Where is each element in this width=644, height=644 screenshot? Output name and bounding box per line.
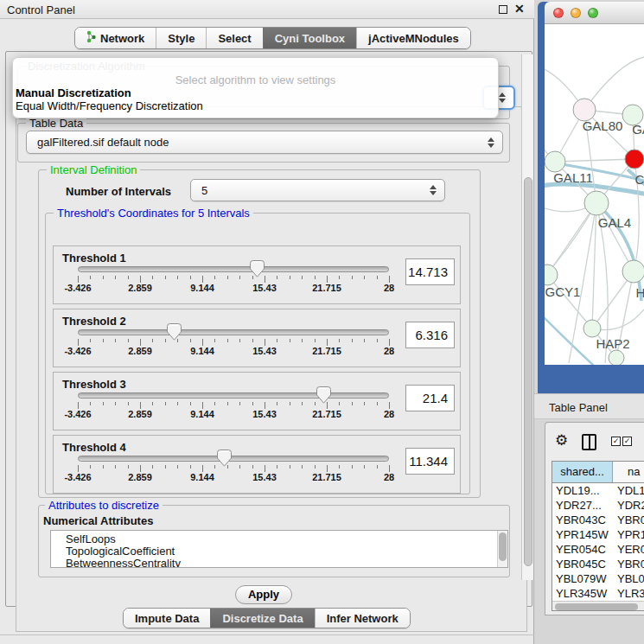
slider-tick-mark [115, 339, 116, 342]
dropdown-prompt-item[interactable]: Select algorithm to view settings [13, 74, 498, 86]
network-node-label: H [636, 285, 644, 300]
scrollbar-thumb[interactable] [524, 177, 532, 566]
threshold-slider[interactable]: -3.4262.8599.14415.4321.71528 [54, 309, 460, 367]
slider-track[interactable] [78, 266, 389, 272]
table-cell-name: YDR2 [613, 498, 644, 513]
combo-stepper-icon [499, 92, 506, 103]
network-node[interactable] [583, 320, 601, 337]
slider-track[interactable] [78, 392, 389, 399]
column-header-shared-name[interactable]: shared... [552, 462, 613, 482]
table-row[interactable]: YPR145WYPR1 [552, 527, 644, 542]
window-close-light-icon[interactable] [553, 8, 564, 18]
tab-impute-data[interactable]: Impute Data [124, 609, 210, 628]
number-of-intervals-combobox[interactable]: 5 [190, 179, 445, 201]
slider-thumb[interactable] [250, 260, 265, 277]
tab-label: Infer Network [327, 612, 399, 625]
screen: Control Panel ✕ Network Style Select Cyn… [0, 0, 644, 644]
slider-tick-mark [327, 276, 328, 283]
slider-thumb[interactable] [316, 386, 331, 404]
checkbox-icon[interactable]: ✓ [611, 437, 621, 446]
scrollbar-thumb[interactable] [555, 603, 638, 610]
slider-tick-mark [339, 276, 340, 279]
column-header-name[interactable]: na [613, 462, 644, 482]
threshold-value-input[interactable]: 14.713 [405, 258, 455, 285]
tab-infer-network[interactable]: Infer Network [315, 609, 410, 628]
window-minimize-light-icon[interactable] [571, 8, 581, 18]
attribute-list-item[interactable]: BetweennessCentrality [51, 558, 507, 568]
table-row[interactable]: YBL079WYBL0 [552, 571, 644, 586]
tab-network[interactable]: Network [75, 28, 156, 48]
attribute-list-item[interactable]: SelfLoops [51, 533, 507, 545]
float-window-icon[interactable] [499, 5, 507, 14]
network-node[interactable] [545, 265, 558, 285]
threshold-value-input[interactable]: 21.4 [405, 385, 455, 411]
attributes-scrollbar-track[interactable] [497, 531, 507, 567]
network-node[interactable] [545, 151, 565, 172]
slider-tick-mark [202, 339, 203, 346]
interval-definition-label: Interval Definition [47, 164, 140, 175]
table-data-combobox[interactable]: galFiltered.sif default node [26, 131, 503, 154]
slider-tick-mark [103, 465, 104, 469]
table-row[interactable]: YLR345WYLR3 [552, 586, 644, 601]
tab-select[interactable]: Select [206, 28, 262, 48]
network-canvas[interactable]: GAL80GACGAL11GAL4GCY1HHAP2 [545, 24, 644, 365]
network-node[interactable] [625, 150, 644, 169]
table-hscrollbar-track[interactable] [552, 601, 644, 611]
attribute-list-item[interactable]: TopologicalCoefficient [51, 545, 507, 558]
tab-jactivemnodules[interactable]: jActiveMNodules [356, 28, 470, 48]
slider-tick-mark [128, 276, 129, 279]
slider-track[interactable] [78, 329, 389, 335]
threshold-value-input[interactable]: 11.344 [405, 448, 455, 475]
close-icon[interactable]: ✕ [514, 2, 525, 16]
settings-scrollbar-track[interactable] [521, 54, 533, 580]
slider-thumb[interactable] [167, 323, 182, 341]
window-zoom-light-icon[interactable] [588, 8, 598, 18]
table-row[interactable]: YBR045CYBR0 [552, 557, 644, 571]
network-edge[interactable] [569, 203, 596, 363]
network-graph: GAL80GACGAL11GAL4GCY1HHAP2 [545, 24, 644, 365]
gear-icon[interactable]: ⚙ [555, 431, 568, 450]
table-row[interactable]: YDL19...YDL1 [552, 483, 644, 498]
table-row[interactable]: YER054CYER0 [552, 542, 644, 557]
numerical-attributes-list[interactable]: SelfLoopsTopologicalCoefficientBetweenne… [50, 530, 508, 568]
threshold-value-input[interactable]: 6.316 [405, 322, 455, 348]
columns-icon[interactable] [582, 434, 596, 450]
scrollbar-thumb[interactable] [499, 532, 507, 561]
slider-tick-mark [252, 339, 253, 342]
threshold-slider[interactable]: -3.4262.8599.14415.4321.71528 [54, 436, 460, 493]
threshold-slider[interactable]: -3.4262.8599.14415.4321.71528 [54, 246, 460, 303]
table-row[interactable]: YDR27...YDR2 [552, 498, 644, 513]
table-cell-shared-name: YBR043C [552, 513, 613, 527]
slider-tick-mark [227, 276, 228, 279]
slider-tick-mark [302, 465, 303, 469]
apply-button[interactable]: Apply [235, 585, 292, 604]
threshold-panel: Threshold 3-3.4262.8599.14415.4321.71528… [53, 372, 461, 430]
thresholds-group-label: Threshold's Coordinates for 5 Intervals [54, 207, 253, 219]
slider-tick-mark [277, 276, 277, 279]
tab-cyni-toolbox[interactable]: Cyni Toolbox [263, 28, 356, 48]
threshold-slider[interactable]: -3.4262.8599.14415.4321.71528 [54, 373, 460, 430]
network-edge[interactable] [592, 203, 596, 328]
network-node[interactable] [609, 350, 624, 365]
slider-tick-mark [290, 402, 290, 405]
tab-style[interactable]: Style [156, 28, 206, 48]
dropdown-option-manual-discretization[interactable]: Manual Discretization [13, 86, 498, 99]
table-data-label: Table Data [26, 118, 86, 129]
slider-tick-mark [302, 339, 303, 342]
network-edge[interactable] [584, 57, 644, 110]
slider-track[interactable] [78, 456, 389, 462]
slider-thumb[interactable] [217, 450, 232, 467]
network-edge[interactable] [555, 159, 634, 162]
dropdown-option-equal-width-frequency[interactable]: Equal Width/Frequency Discretization [13, 99, 498, 112]
checkbox-icon[interactable]: ✓ [622, 437, 632, 446]
slider-tick-mark [103, 276, 104, 279]
slider-tick-label: -3.426 [50, 283, 105, 293]
network-node[interactable] [622, 260, 644, 283]
slider-tick-mark [78, 276, 79, 283]
slider-tick-label: 9.144 [175, 346, 230, 356]
slider-tick-mark [302, 402, 303, 405]
tab-discretize-data[interactable]: Discretize Data [210, 609, 314, 628]
network-node[interactable] [584, 191, 609, 215]
table-row[interactable]: YBR043CYBR0 [552, 513, 644, 527]
network-edge[interactable] [547, 203, 596, 275]
